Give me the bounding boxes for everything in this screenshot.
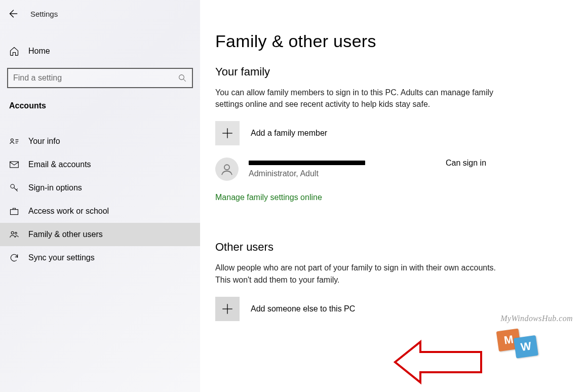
- member-info: Administrator, Adult: [249, 161, 365, 178]
- sidebar-item-your-info[interactable]: Your info: [0, 130, 200, 153]
- sidebar-item-label: Sign-in options: [28, 183, 82, 192]
- sidebar-item-family-other-users[interactable]: Family & other users: [0, 223, 200, 246]
- mail-icon: [9, 160, 19, 170]
- home-icon: [9, 46, 19, 56]
- family-description: You can allow family members to sign in …: [215, 87, 499, 110]
- titlebar: Settings: [0, 6, 200, 28]
- add-other-user-button[interactable]: Add someone else to this PC: [215, 297, 499, 321]
- search-input[interactable]: [13, 73, 178, 83]
- app-title: Settings: [30, 10, 58, 18]
- add-family-member-button[interactable]: Add a family member: [215, 121, 499, 145]
- family-member-row[interactable]: Administrator, Adult Can sign in: [215, 158, 499, 181]
- add-other-user-label: Add someone else to this PC: [251, 304, 355, 313]
- avatar-icon: [215, 158, 239, 181]
- sync-icon: [9, 253, 19, 263]
- sidebar-nav: Your info Email & accounts Sign-in optio…: [0, 130, 200, 269]
- people-icon: [9, 229, 19, 240]
- svg-rect-7: [10, 162, 19, 168]
- sidebar-item-email-accounts[interactable]: Email & accounts: [0, 153, 200, 176]
- member-status: Can sign in: [446, 159, 486, 168]
- svg-rect-11: [11, 210, 18, 215]
- member-name-redacted: [249, 161, 365, 165]
- briefcase-icon: [9, 206, 19, 216]
- plus-icon: [215, 121, 240, 145]
- sidebar-item-label: Access work or school: [28, 207, 109, 216]
- nav-home[interactable]: Home: [0, 40, 200, 63]
- svg-point-12: [11, 231, 14, 234]
- plus-icon: [215, 297, 240, 321]
- svg-line-10: [16, 189, 17, 190]
- manage-family-link[interactable]: Manage family settings online: [215, 193, 322, 202]
- member-role: Administrator, Adult: [249, 169, 365, 178]
- svg-point-1: [179, 75, 184, 80]
- svg-point-3: [11, 139, 13, 141]
- user-card-icon: [9, 136, 19, 146]
- svg-point-13: [15, 232, 17, 234]
- svg-line-2: [183, 79, 186, 82]
- main-content: Family & other users Your family You can…: [215, 31, 577, 333]
- search-input-wrapper[interactable]: [7, 68, 193, 88]
- sidebar-item-sync-settings[interactable]: Sync your settings: [0, 246, 200, 269]
- annotation-arrow: [393, 339, 484, 386]
- nav-home-label: Home: [28, 47, 50, 56]
- watermark-tile-w: W: [514, 335, 538, 359]
- sidebar: Settings Home Accounts Your info Email &…: [0, 0, 200, 392]
- add-family-member-label: Add a family member: [251, 129, 327, 138]
- sidebar-item-signin-options[interactable]: Sign-in options: [0, 176, 200, 200]
- sidebar-section-label: Accounts: [0, 99, 200, 116]
- key-icon: [9, 183, 19, 193]
- back-icon[interactable]: [7, 8, 18, 19]
- sidebar-item-label: Sync your settings: [28, 253, 95, 262]
- section-heading-other: Other users: [215, 241, 577, 254]
- sidebar-item-label: Email & accounts: [28, 160, 91, 169]
- other-description: Allow people who are not part of your fa…: [215, 262, 499, 285]
- section-heading-family: Your family: [215, 65, 577, 79]
- page-title: Family & other users: [215, 31, 577, 51]
- sidebar-item-access-work-school[interactable]: Access work or school: [0, 200, 200, 223]
- sidebar-item-label: Family & other users: [28, 230, 103, 239]
- sidebar-item-label: Your info: [28, 137, 60, 146]
- search-icon: [178, 73, 187, 83]
- svg-point-16: [224, 165, 229, 170]
